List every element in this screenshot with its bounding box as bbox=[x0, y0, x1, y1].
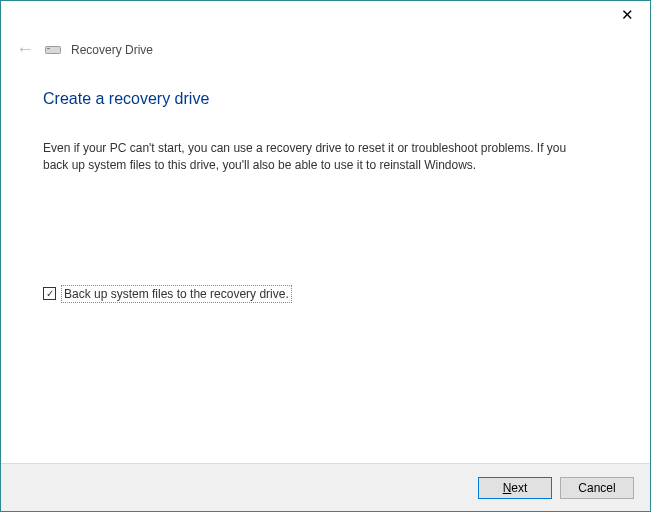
cancel-button[interactable]: Cancel bbox=[560, 477, 634, 499]
svg-rect-0 bbox=[46, 46, 61, 53]
app-title: Recovery Drive bbox=[71, 43, 153, 57]
body-text: Even if your PC can't start, you can use… bbox=[43, 140, 573, 175]
checkbox-icon[interactable]: ✓ bbox=[43, 287, 56, 300]
back-arrow-icon: ← bbox=[15, 39, 35, 60]
cancel-button-label: Cancel bbox=[578, 481, 615, 495]
close-icon: ✕ bbox=[621, 6, 634, 24]
backup-checkbox-row[interactable]: ✓ Back up system files to the recovery d… bbox=[43, 285, 608, 303]
drive-icon bbox=[45, 44, 61, 56]
backup-checkbox-label: Back up system files to the recovery dri… bbox=[61, 285, 292, 303]
next-button-label: Next bbox=[503, 481, 528, 495]
next-button[interactable]: Next bbox=[478, 477, 552, 499]
footer: Next Cancel bbox=[1, 463, 650, 511]
svg-rect-1 bbox=[47, 48, 50, 49]
content-area: Create a recovery drive Even if your PC … bbox=[1, 60, 650, 303]
titlebar: ✕ bbox=[1, 1, 650, 31]
page-heading: Create a recovery drive bbox=[43, 90, 608, 108]
close-button[interactable]: ✕ bbox=[605, 1, 650, 29]
header: ← Recovery Drive bbox=[1, 39, 650, 60]
